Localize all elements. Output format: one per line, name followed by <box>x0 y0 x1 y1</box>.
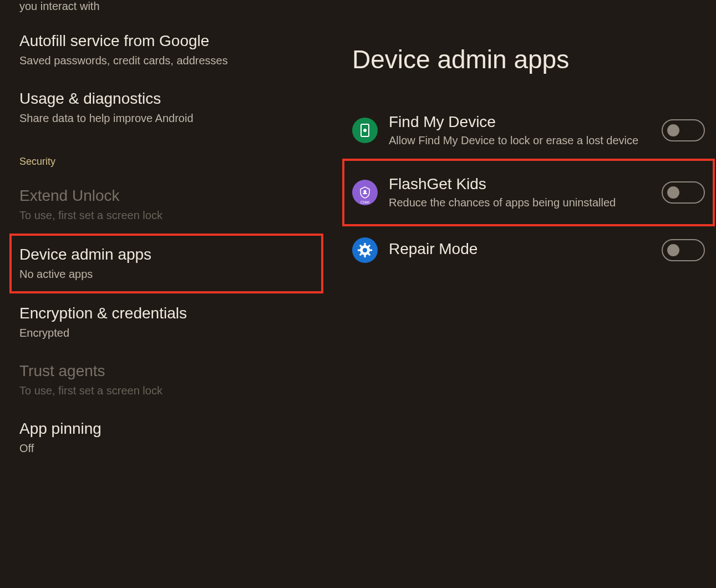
admin-app-flashget-kids[interactable]: Child FlashGet Kids Reduce the chances o… <box>352 164 705 221</box>
admin-text: Find My Device Allow Find My Device to l… <box>389 113 651 148</box>
admin-subtitle: Allow Find My Device to lock or erase a … <box>389 133 651 148</box>
setting-subtitle: To use, first set a screen lock <box>19 383 313 398</box>
admin-text: FlashGet Kids Reduce the chances of apps… <box>389 175 651 210</box>
svg-rect-5 <box>358 250 360 251</box>
setting-usage-diagnostics[interactable]: Usage & diagnostics Share data to help i… <box>19 79 313 136</box>
setting-title: Trust agents <box>19 362 313 380</box>
admin-title: FlashGet Kids <box>389 175 651 193</box>
svg-point-0 <box>364 190 367 193</box>
icon-label: Child <box>360 200 369 204</box>
setting-device-admin-apps[interactable]: Device admin apps No active apps <box>19 242 313 285</box>
highlight-device-admin: Device admin apps No active apps <box>9 234 323 293</box>
truncated-item-subtitle: you interact with <box>19 0 313 21</box>
setting-title: Device admin apps <box>19 246 313 263</box>
admin-app-find-my-device[interactable]: Find My Device Allow Find My Device to l… <box>352 102 705 159</box>
phone-icon <box>360 124 369 137</box>
svg-rect-3 <box>364 243 366 246</box>
admin-app-repair-mode[interactable]: Repair Mode <box>352 226 705 274</box>
flashget-kids-icon: Child <box>352 180 378 205</box>
setting-title: App pinning <box>19 420 313 438</box>
admin-subtitle: Reduce the chances of apps being uninsta… <box>389 195 651 210</box>
setting-title: Encryption & credentials <box>19 305 313 322</box>
find-my-device-icon <box>352 118 378 143</box>
setting-encryption[interactable]: Encryption & credentials Encrypted <box>19 293 313 351</box>
gear-icon <box>357 242 373 258</box>
svg-rect-4 <box>364 255 366 257</box>
setting-subtitle: To use, first set a screen lock <box>19 208 313 222</box>
setting-subtitle: Encrypted <box>19 326 313 340</box>
svg-point-2 <box>363 248 367 252</box>
setting-title: Usage & diagnostics <box>19 90 313 108</box>
admin-title: Find My Device <box>389 113 651 131</box>
setting-title: Autofill service from Google <box>19 32 313 50</box>
setting-title: Extend Unlock <box>19 187 313 205</box>
setting-autofill[interactable]: Autofill service from Google Saved passw… <box>19 21 313 79</box>
device-admin-panel: Device admin apps Find My Device Allow F… <box>333 0 716 588</box>
setting-app-pinning[interactable]: App pinning Off <box>19 409 313 467</box>
svg-rect-6 <box>369 250 372 251</box>
admin-title: Repair Mode <box>389 240 651 258</box>
setting-subtitle: Off <box>19 441 313 455</box>
repair-mode-icon <box>352 237 378 263</box>
admin-text: Repair Mode <box>389 240 651 260</box>
setting-trust-agents: Trust agents To use, first set a screen … <box>19 351 313 409</box>
setting-subtitle: No active apps <box>19 267 313 281</box>
toggle-flashget-kids[interactable] <box>662 181 705 204</box>
setting-subtitle: Saved passwords, credit cards, addresses <box>19 53 313 68</box>
section-header-security: Security <box>19 136 313 176</box>
highlight-flashget: Child FlashGet Kids Reduce the chances o… <box>342 159 715 226</box>
shield-icon <box>358 186 372 199</box>
toggle-find-my-device[interactable] <box>662 119 705 141</box>
setting-subtitle: Share data to help improve Android <box>19 111 313 125</box>
toggle-repair-mode[interactable] <box>662 239 705 261</box>
settings-list-panel: you interact with Autofill service from … <box>0 0 333 588</box>
page-title: Device admin apps <box>352 0 705 102</box>
setting-extend-unlock: Extend Unlock To use, first set a screen… <box>19 176 313 234</box>
